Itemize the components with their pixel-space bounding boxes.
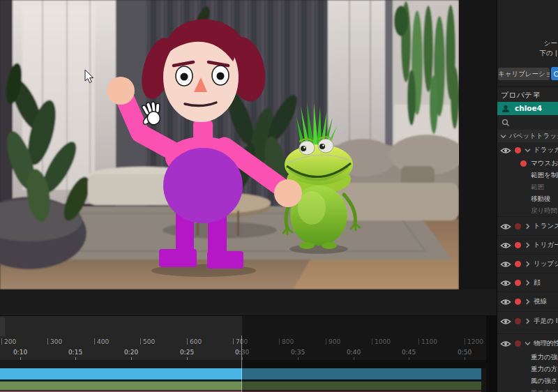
chevron-right-icon[interactable] <box>525 280 531 286</box>
param-row[interactable]: 範囲を制限 <box>497 169 558 181</box>
timeline-out-of-range-overlay <box>242 316 486 392</box>
behavior-label: 物理的性質 <box>534 339 558 348</box>
param-label: マウスおよび <box>531 159 558 168</box>
timeline-right-gap <box>486 316 497 392</box>
chevron-down-icon[interactable] <box>525 147 531 153</box>
character-animator-app: { "top_right": { "clipped_line1": "シー", … <box>0 0 558 392</box>
param-label: 重力の方向 <box>531 365 558 374</box>
arm-dot[interactable] <box>515 261 521 267</box>
eye-icon[interactable] <box>500 147 511 154</box>
timecode-label: 0:20 <box>121 349 141 356</box>
eye-icon[interactable] <box>500 280 511 287</box>
camera-icon <box>554 71 558 77</box>
chloe-hand-lower[interactable] <box>274 179 302 207</box>
eye-icon[interactable] <box>500 261 511 268</box>
eye-icon[interactable] <box>500 299 511 306</box>
param-label: 風の方向 <box>531 389 557 392</box>
frame-label: 600 <box>190 338 202 345</box>
chevron-right-icon[interactable] <box>525 242 531 248</box>
behavior-row-physics[interactable]: 物理的性質 <box>497 333 558 353</box>
param-row[interactable]: 重力の方向 <box>497 363 558 375</box>
arm-dot[interactable] <box>515 147 521 153</box>
behavior-label: トリガー <box>534 241 558 250</box>
hamburger-menu-icon[interactable]: ≡ <box>533 89 541 99</box>
param-label: 移動後 <box>531 195 551 204</box>
transport-bar: 1.0 倍 (48%) ∨ <box>0 289 497 315</box>
frame-label: 400 <box>97 338 109 345</box>
behavior-row-transform[interactable]: トランスフォーム <box>497 216 558 236</box>
chevron-down-icon <box>500 133 506 140</box>
arm-dot[interactable] <box>515 223 521 229</box>
timecode-label: 0:25 <box>177 349 197 356</box>
section-label: パペットトラックビヘイビア <box>509 132 558 141</box>
eye-icon[interactable] <box>500 340 511 347</box>
param-label: 戻り時間 <box>531 206 557 216</box>
param-label: 風の強さ <box>531 377 557 386</box>
chloe-torso[interactable] <box>163 148 243 223</box>
behavior-row-dragger[interactable]: ドラッガー <box>497 142 558 159</box>
selected-puppet-row[interactable]: chloe4 <box>497 102 558 115</box>
chevron-right-icon[interactable] <box>525 261 531 267</box>
param-label: 範囲 <box>531 183 544 192</box>
behavior-label: リップシンク <box>534 259 558 269</box>
puppet-person-icon <box>502 105 510 113</box>
behavior-label: 手足の IK <box>534 317 558 326</box>
timeline-panel: 200 300 400 500 600 700 800 900 1000 110… <box>0 315 497 392</box>
arm-dot[interactable] <box>515 280 521 286</box>
param-row[interactable]: 戻り時間 <box>497 205 558 217</box>
eye-icon[interactable] <box>500 242 511 249</box>
scene-viewport[interactable] <box>0 0 459 289</box>
behavior-row-lipsync[interactable]: リップシンク <box>497 254 558 273</box>
webcam-button[interactable] <box>551 67 558 80</box>
behavior-label: ドラッガー <box>534 146 558 155</box>
chevron-right-icon[interactable] <box>525 299 531 305</box>
properties-header: プロパティ ≡ <box>497 86 558 102</box>
param-row[interactable]: 風の方向 <box>497 387 558 392</box>
timecode-label: 0:15 <box>66 349 85 356</box>
behavior-row-face[interactable]: 顔 <box>497 273 558 292</box>
param-label: 範囲を制限 <box>531 171 558 180</box>
scene-end-marker[interactable] <box>241 336 242 392</box>
param-row[interactable]: 風の強さ <box>497 375 558 387</box>
search-field[interactable] <box>497 115 558 130</box>
puppet-name: chloe4 <box>515 104 542 112</box>
arm-dot[interactable] <box>520 160 527 167</box>
param-row[interactable]: マウスおよび <box>497 158 558 169</box>
arm-dot[interactable] <box>515 242 521 248</box>
behavior-section-header[interactable]: パペットトラックビヘイビア <box>497 130 558 142</box>
clipped-text-line: シー <box>497 39 557 48</box>
behavior-label: 視線 <box>534 297 547 306</box>
behavior-row-trigger[interactable]: トリガー <box>497 235 558 255</box>
arm-dot[interactable] <box>515 299 521 305</box>
frame-label: 200 <box>4 338 16 345</box>
chevron-down-icon[interactable] <box>525 340 531 347</box>
properties-panel: シー 下の | キャリブレーション プロパティ ≡ chloe4 パペットトラッ… <box>497 0 558 392</box>
calibration-button[interactable]: キャリブレーション <box>498 68 550 80</box>
timeline-corner <box>0 317 5 336</box>
chevron-right-icon[interactable] <box>525 318 531 324</box>
param-label: 重力の強さ <box>531 353 558 362</box>
search-icon <box>502 119 510 127</box>
behavior-row-limb-ik[interactable]: 手足の IK <box>497 311 558 331</box>
param-row[interactable]: 範囲 <box>497 181 558 193</box>
param-row[interactable]: 重力の強さ <box>497 352 558 363</box>
param-row[interactable]: 移動後 <box>497 193 558 205</box>
behavior-row-gaze[interactable]: 視線 <box>497 292 558 311</box>
chloe-hand-raised[interactable] <box>107 77 135 105</box>
timecode-label: 0:10 <box>10 349 30 356</box>
clipped-text-line: 下の | <box>497 49 557 58</box>
arm-dot[interactable] <box>515 340 521 347</box>
frame-label: 500 <box>143 338 155 345</box>
eye-icon[interactable] <box>500 318 511 325</box>
chevron-right-icon[interactable] <box>525 223 531 229</box>
frame-label: 300 <box>50 338 62 345</box>
behavior-label: 顔 <box>534 278 541 287</box>
behavior-label: トランスフォーム <box>534 222 558 231</box>
arm-dot[interactable] <box>515 318 521 324</box>
eye-icon[interactable] <box>500 223 511 230</box>
camera-panel-footer: シー 下の | キャリブレーション <box>497 0 558 87</box>
